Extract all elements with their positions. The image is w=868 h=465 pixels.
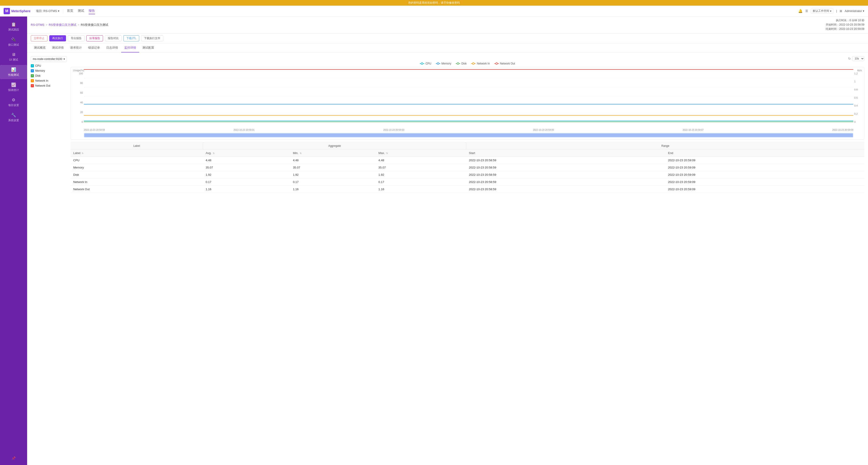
cell-avg: 35.07 — [203, 164, 290, 171]
sidebar-item-report-stats[interactable]: 📈 报表统计 — [0, 80, 27, 94]
node-selector[interactable]: ms-node-controller:9100 ▾ — [31, 56, 67, 62]
project-selector[interactable]: 项目: RS-OTMS ▾ — [36, 9, 63, 13]
y-axis-left: 100 80 60 40 20 0 — [72, 69, 84, 128]
sort-icon-label: ⇅ — [82, 152, 84, 154]
chart-container: Usage(%) kb/s 100 80 60 40 20 0 — [70, 67, 864, 140]
download-jtl-button[interactable]: 下载JTL — [123, 35, 139, 41]
col-header-label[interactable]: Label ⇅ — [70, 149, 203, 156]
chart-svg — [84, 69, 853, 123]
legend-cpu-label: CPU — [426, 62, 431, 65]
tab-request-stats[interactable]: 请求统计 — [67, 43, 85, 53]
cell-end: 2022-10-23 20:59:09 — [665, 178, 864, 185]
legend-memory: Memory — [436, 62, 451, 65]
checkbox-network-in-box: ✓ — [31, 79, 34, 82]
sub-header: RS-OTMS > RS登录接口压力测试 > RS登录接口压力测试 执行时长：0… — [27, 17, 868, 33]
filter-panel: ms-node-controller:9100 ▾ ✓ CPU ✓ Memory — [31, 56, 67, 193]
x-label-1: 2022-10-23 20:59:01 — [234, 129, 254, 131]
breadcrumb-sep1: > — [46, 23, 48, 26]
metric-checkboxes: ✓ CPU ✓ Memory ✓ Disk ✓ — [31, 64, 67, 87]
separator: | — [836, 9, 837, 13]
sidebar-item-ui-test[interactable]: 🖥 UI 测试 — [0, 50, 27, 64]
col-header-avg[interactable]: Avg. ⇅ — [203, 149, 290, 156]
breadcrumb-root[interactable]: RS-OTMS — [31, 23, 44, 26]
sidebar-item-test-tracking[interactable]: 📋 测试跟踪 — [0, 20, 27, 34]
svg-point-5 — [457, 63, 459, 64]
export-report-button[interactable]: 导出报告 — [68, 35, 85, 41]
table-row: Memory 35.07 35.07 35.07 2022-10-23 20:5… — [70, 164, 864, 171]
refresh-interval-select[interactable]: 10s 30s 1m — [852, 56, 864, 61]
y-left-40: 40 — [72, 101, 83, 104]
cell-min: 4.48 — [290, 156, 376, 164]
tab-test-details[interactable]: 测试详情 — [49, 43, 67, 53]
col-header-max[interactable]: Max. ⇅ — [376, 149, 466, 156]
cell-avg: 1.16 — [203, 185, 290, 193]
checkbox-network-out[interactable]: ✓ Network Out — [31, 84, 67, 87]
action-bar: 立即停止 再次执行 导出报告 分享报告 报告对比 下载JTL 下载执行文件 — [27, 33, 868, 43]
system-settings-icon: 🔧 — [11, 113, 16, 118]
exec-start: 开始时间：2022-10-23 20:58:59 — [826, 23, 864, 27]
checkbox-network-out-box: ✓ — [31, 84, 34, 87]
range-slider[interactable] — [72, 133, 862, 138]
exec-end: 结束时间：2022-10-23 20:59:09 — [826, 27, 864, 31]
legend-network-out-label: Network Out — [500, 62, 515, 65]
share-report-button[interactable]: 分享报告 — [86, 35, 103, 41]
nav-test[interactable]: 测试 — [78, 8, 84, 14]
tab-monitor-details[interactable]: 监控详情 — [121, 43, 139, 53]
content-area: RS-OTMS > RS登录接口压力测试 > RS登录接口压力测试 执行时长：0… — [27, 17, 868, 465]
y-left-80: 80 — [72, 82, 83, 84]
cell-end: 2022-10-23 20:59:09 — [665, 171, 864, 178]
table-row: CPU 4.48 4.48 4.48 2022-10-23 20:58:59 2… — [70, 156, 864, 164]
col-header-min[interactable]: Min. ⇅ — [290, 149, 376, 156]
report-stats-icon: 📈 — [11, 82, 16, 87]
download-exec-button[interactable]: 下载执行文件 — [141, 35, 163, 41]
nav-report[interactable]: 报告 — [89, 8, 95, 14]
perf-test-icon: 📊 — [11, 67, 16, 72]
checkbox-memory[interactable]: ✓ Memory — [31, 69, 67, 72]
sidebar-item-system-settings[interactable]: 🔧 系统设置 — [0, 110, 27, 125]
chevron-down-icon: ▾ — [830, 9, 831, 13]
ui-test-icon: 🖥 — [11, 52, 16, 57]
cell-avg: 0.17 — [203, 178, 290, 185]
rerun-button[interactable]: 再次执行 — [49, 35, 66, 41]
admin-label: Administrator — [845, 9, 862, 13]
logo: M MeterSphere — [4, 8, 31, 14]
admin-button[interactable]: Administrator ▾ — [845, 9, 864, 13]
tab-bar: 测试概览 测试详情 请求统计 错误记录 日志详情 监控详情 测试配置 — [27, 43, 868, 53]
tab-error-records[interactable]: 错误记录 — [85, 43, 103, 53]
svg-point-3 — [437, 63, 439, 64]
stop-button[interactable]: 立即停止 — [31, 35, 48, 41]
checkbox-disk[interactable]: ✓ Disk — [31, 74, 67, 77]
test-tracking-icon: 📋 — [11, 22, 16, 27]
logo-text: MeterSphere — [11, 9, 31, 13]
col-header-start: Start — [466, 149, 665, 156]
checkbox-cpu[interactable]: ✓ CPU — [31, 64, 67, 67]
sidebar-item-perf-test[interactable]: 📊 性能测试 — [0, 65, 27, 79]
sort-icon-avg: ⇅ — [213, 152, 215, 154]
svg-point-9 — [496, 63, 498, 64]
range-track[interactable] — [84, 133, 853, 138]
compare-report-button[interactable]: 报告对比 — [105, 35, 122, 41]
col-header-end: End — [665, 149, 864, 156]
legend-memory-label: Memory — [441, 62, 451, 65]
menu-icon[interactable]: ☰ — [805, 9, 808, 13]
cell-start: 2022-10-23 20:58:59 — [466, 156, 665, 164]
bell-icon[interactable]: 🔔 — [798, 9, 803, 13]
y-right-0-8: 0.8 — [854, 88, 862, 91]
sidebar-item-api-test[interactable]: 🔌 接口测试 — [0, 35, 27, 49]
tab-log-details[interactable]: 日志详情 — [103, 43, 121, 53]
nav-home[interactable]: 首页 — [67, 8, 73, 14]
pin-icon[interactable]: 📌 — [9, 454, 18, 462]
checkbox-network-in[interactable]: ✓ Network In — [31, 79, 67, 82]
cell-max: 1.16 — [376, 185, 466, 193]
range-handle[interactable] — [84, 134, 853, 137]
breadcrumb-mid[interactable]: RS登录接口压力测试 — [49, 23, 76, 27]
cell-label: CPU — [70, 156, 203, 164]
tab-test-config[interactable]: 测试配置 — [139, 43, 157, 53]
sidebar-item-project-settings[interactable]: ⚙ 项目设置 — [0, 95, 27, 110]
cell-start: 2022-10-23 20:58:59 — [466, 185, 665, 193]
workspace-button[interactable]: 默认工作空间 ▾ — [811, 8, 833, 13]
svg-point-1 — [421, 63, 423, 64]
tab-overview[interactable]: 测试概览 — [31, 43, 49, 53]
top-banner: 您的密码是系统初始密码，请尽快修改密码 — [0, 0, 868, 6]
banner-text: 您的密码是系统初始密码，请尽快修改密码 — [408, 1, 460, 4]
